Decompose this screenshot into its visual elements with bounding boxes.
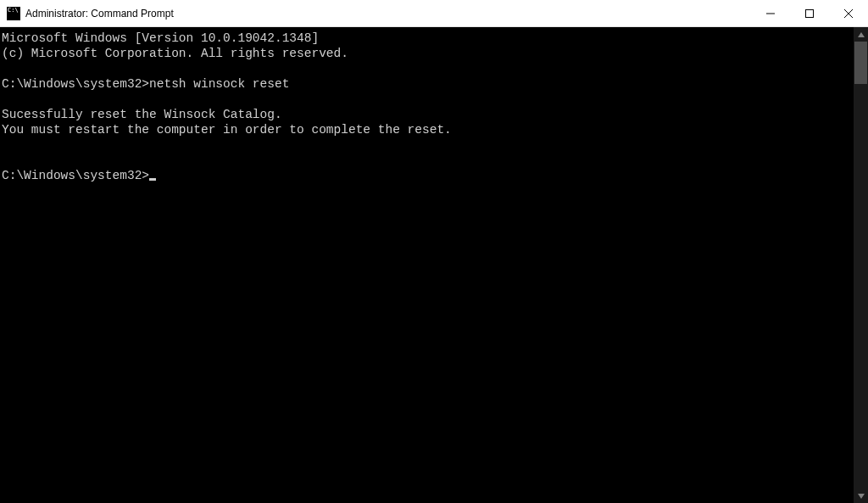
- titlebar-left: Administrator: Command Prompt: [0, 7, 174, 20]
- scroll-down-arrow[interactable]: [854, 489, 868, 503]
- terminal-output[interactable]: Microsoft Windows [Version 10.0.19042.13…: [0, 27, 854, 503]
- close-icon: [844, 9, 853, 18]
- cursor: [149, 178, 156, 181]
- chevron-down-icon: [858, 494, 865, 499]
- window-controls: [751, 0, 868, 26]
- minimize-icon: [766, 9, 775, 18]
- chevron-up-icon: [858, 32, 865, 37]
- svg-rect-1: [806, 9, 814, 17]
- minimize-button[interactable]: [751, 0, 790, 26]
- window-title: Administrator: Command Prompt: [25, 8, 174, 20]
- scroll-thumb[interactable]: [854, 42, 867, 84]
- maximize-button[interactable]: [790, 0, 829, 26]
- vertical-scrollbar[interactable]: [854, 27, 868, 503]
- cmd-icon: [7, 7, 20, 20]
- maximize-icon: [805, 9, 814, 18]
- close-button[interactable]: [829, 0, 868, 26]
- scroll-up-arrow[interactable]: [854, 27, 868, 42]
- content-area: Microsoft Windows [Version 10.0.19042.13…: [0, 27, 868, 503]
- titlebar: Administrator: Command Prompt: [0, 0, 868, 27]
